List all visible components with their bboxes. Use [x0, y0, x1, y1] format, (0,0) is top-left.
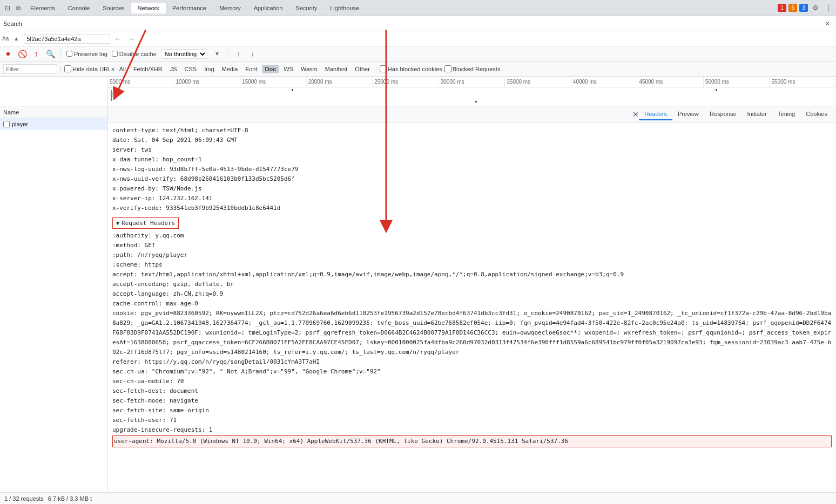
- tab-timing[interactable]: Timing: [772, 108, 801, 120]
- filter-css[interactable]: CSS: [182, 65, 200, 73]
- filter-bar: Hide data URLs All Fetch/XHR JS CSS Img …: [0, 62, 836, 77]
- request-headers-section: :authority: y.qq.com:method: GET:path: /…: [112, 231, 832, 447]
- timeline-ticks: 5000 ms 10000 ms 15000 ms 20000 ms 25000…: [108, 77, 836, 87]
- tab-sources[interactable]: Sources: [96, 3, 131, 13]
- search-close-icon[interactable]: ✕: [822, 18, 833, 29]
- request-checkbox-player[interactable]: [3, 121, 10, 127]
- error-badge: 1: [778, 4, 786, 12]
- export-button[interactable]: ↓: [248, 49, 258, 59]
- request-headers-section-header[interactable]: ▼Request Headers: [112, 217, 179, 229]
- up-arrow-button[interactable]: ↑: [31, 49, 41, 59]
- request-header-row: :authority: y.qq.com: [112, 231, 832, 241]
- font-up-icon[interactable]: ▲: [11, 33, 22, 44]
- response-header-row: server: tws: [112, 145, 832, 155]
- request-header-row: :path: /n/ryqq/player: [112, 250, 832, 260]
- tab-lighthouse[interactable]: Lighthouse: [323, 3, 366, 13]
- tab-cookies[interactable]: Cookies: [800, 108, 833, 120]
- tab-security[interactable]: Security: [289, 3, 323, 13]
- response-header-row: x-nws-log-uuid: 93d8b7ff-5e0a-4513-9bde-…: [112, 165, 832, 174]
- network-toolbar: ⏺ 🚫 ↑ 🔍 Preserve log Disable cache No th…: [0, 46, 836, 62]
- warning-badge: 6: [788, 4, 797, 12]
- response-header-row: x-server-ip: 124.232.162.141: [112, 194, 832, 203]
- tick-25000: 25000 ms: [373, 77, 439, 87]
- headers-content: content-type: text/html; charset=UTF-8da…: [108, 122, 836, 492]
- tab-elements[interactable]: Elements: [24, 3, 62, 13]
- request-headers-label: Request Headers: [122, 220, 175, 227]
- more-icon[interactable]: ⋮: [823, 3, 834, 13]
- search-input[interactable]: [24, 21, 820, 27]
- filter-all[interactable]: All: [117, 65, 129, 73]
- tab-application[interactable]: Application: [247, 3, 289, 13]
- tab-bar-right: 1 6 3 ⚙ ⋮: [778, 3, 834, 13]
- tick-10000: 10000 ms: [174, 77, 241, 87]
- filter-img[interactable]: Img: [201, 65, 217, 73]
- forward-icon[interactable]: →: [125, 33, 136, 44]
- tick-35000: 35000 ms: [505, 77, 571, 87]
- tick-45000: 45000 ms: [637, 77, 704, 87]
- request-list: Name player: [0, 106, 108, 492]
- filter-other[interactable]: Other: [352, 65, 373, 73]
- search-bar: Search ✕: [0, 16, 836, 31]
- detail-close-button[interactable]: ✕: [632, 110, 639, 119]
- tab-performance[interactable]: Performance: [166, 3, 213, 13]
- response-headers-section: content-type: text/html; charset=UTF-8da…: [112, 126, 832, 213]
- request-name-player: player: [12, 121, 28, 127]
- filter-manifest[interactable]: Manifest: [322, 65, 350, 73]
- tab-network[interactable]: Network: [131, 3, 166, 13]
- separator-2: [228, 50, 228, 58]
- request-header-row: accept: text/html,application/xhtml+xml,…: [112, 270, 832, 280]
- response-header-row: x-daa-tunnel: hop_count=1: [112, 155, 832, 165]
- request-header-row: sec-fetch-site: same-origin: [112, 406, 832, 416]
- filter-doc[interactable]: Doc: [262, 65, 279, 73]
- blocked-cookies-checkbox[interactable]: Has blocked cookies: [380, 65, 442, 72]
- timeline-right: 5000 ms 10000 ms 15000 ms 20000 ms 25000…: [108, 77, 836, 106]
- response-header-row: x-verify-code: 933541eb3f9b9254310bddb1c…: [112, 203, 832, 213]
- throttle-down-icon[interactable]: ▼: [212, 49, 223, 59]
- throttling-select[interactable]: No throttling: [161, 49, 207, 59]
- disable-cache-checkbox[interactable]: Disable cache: [112, 51, 157, 57]
- detail-tabs: ✕ Headers Preview Response Initiator Tim…: [108, 106, 836, 122]
- tab-bar: ⊡ ⧉ Elements Console Sources Network Per…: [0, 0, 836, 16]
- filter-input[interactable]: [3, 64, 57, 74]
- tick-30000: 30000 ms: [439, 77, 505, 87]
- request-header-row: :scheme: https: [112, 260, 832, 270]
- import-button[interactable]: ↑: [234, 49, 244, 59]
- timeline-dot-3: [716, 89, 717, 91]
- tab-headers[interactable]: Headers: [639, 108, 672, 120]
- blocked-requests-checkbox[interactable]: Blocked Requests: [444, 65, 501, 72]
- tab-initiator[interactable]: Initiator: [742, 108, 772, 120]
- search-button[interactable]: 🔍: [45, 49, 55, 59]
- request-item-player[interactable]: player: [0, 118, 107, 130]
- tab-console[interactable]: Console: [62, 3, 96, 13]
- requests-count: 1 / 32 requests: [4, 495, 44, 502]
- tab-response[interactable]: Response: [704, 108, 742, 120]
- filter-js[interactable]: JS: [167, 65, 180, 73]
- tick-20000: 20000 ms: [307, 77, 373, 87]
- timeline-area: 5000 ms 10000 ms 15000 ms 20000 ms 25000…: [0, 77, 836, 106]
- filter-media[interactable]: Media: [219, 65, 241, 73]
- filter-wasm[interactable]: Wasm: [298, 65, 320, 73]
- tick-40000: 40000 ms: [571, 77, 638, 87]
- address-input[interactable]: [24, 34, 110, 44]
- request-header-row: sec-fetch-user: ?1: [112, 416, 832, 425]
- filter-sep: [60, 65, 61, 73]
- tick-50000: 50000 ms: [704, 77, 770, 87]
- inspect-icon[interactable]: ⊡: [2, 3, 13, 13]
- record-button[interactable]: ⏺: [3, 49, 13, 59]
- back-icon[interactable]: ←: [112, 33, 123, 44]
- transfer-size: 6.7 kB / 3.3 MB t: [48, 495, 92, 502]
- clear-button[interactable]: 🚫: [17, 49, 27, 59]
- preserve-log-checkbox[interactable]: Preserve log: [66, 51, 107, 57]
- filter-ws[interactable]: WS: [281, 65, 296, 73]
- request-header-row: user-agent: Mozilla/5.0 (Windows NT 10.0…: [112, 435, 832, 447]
- device-icon[interactable]: ⧉: [13, 3, 24, 13]
- filter-font[interactable]: Font: [242, 65, 260, 73]
- hide-urls-checkbox[interactable]: Hide data URLs: [64, 65, 114, 72]
- settings-icon[interactable]: ⚙: [810, 3, 821, 13]
- tab-preview[interactable]: Preview: [672, 108, 704, 120]
- filter-fetch-xhr[interactable]: Fetch/XHR: [131, 65, 165, 73]
- tab-memory[interactable]: Memory: [213, 3, 247, 13]
- request-header-row: sec-fetch-dest: document: [112, 386, 832, 396]
- font-size-label: Aa: [2, 36, 9, 42]
- filter-sep2: [376, 65, 376, 73]
